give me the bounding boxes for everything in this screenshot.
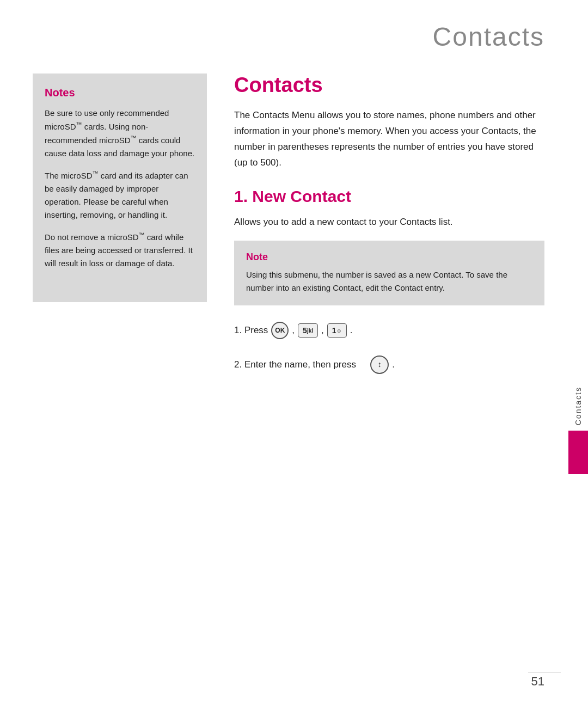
- notes-paragraph-1: Be sure to use only recommended microSD™…: [45, 107, 195, 160]
- page-header: Contacts: [0, 0, 588, 63]
- main-layout: Notes Be sure to use only recommended mi…: [0, 63, 588, 390]
- section-text: The Contacts Menu allows you to store na…: [234, 108, 544, 171]
- key-1abc: 1 ☺: [327, 323, 347, 338]
- step-2-text: 2. Enter the name, then press: [234, 357, 356, 373]
- notes-title: Notes: [45, 87, 195, 99]
- step-2-period: .: [392, 357, 395, 373]
- step-1: 1. Press OK , 5 jkl , 1 ☺ .: [234, 322, 544, 339]
- note-box-text: Using this submenu, the number is saved …: [246, 268, 532, 295]
- page-header-title: Contacts: [433, 22, 544, 51]
- side-tab: Contacts: [568, 381, 588, 474]
- step-1-text: 1. Press: [234, 323, 268, 339]
- steps-section: 1. Press OK , 5 jkl , 1 ☺ . 2. Enter the…: [234, 322, 544, 381]
- step-2: 2. Enter the name, then press .: [234, 349, 544, 381]
- page-number: 51: [531, 675, 544, 689]
- section-title: Contacts: [234, 73, 544, 97]
- step-1-comma-2: ,: [321, 323, 324, 339]
- left-column: Notes Be sure to use only recommended mi…: [33, 73, 207, 390]
- notes-paragraph-2: The microSD™ card and its adapter can be…: [45, 169, 195, 222]
- step-1-period: .: [350, 323, 353, 339]
- note-box: Note Using this submenu, the number is s…: [234, 241, 544, 305]
- subsection-title: 1. New Contact: [234, 187, 544, 206]
- nav-key: [370, 355, 389, 374]
- key-5jkl: 5 jkl: [298, 323, 318, 338]
- side-tab-label: Contacts: [569, 381, 587, 431]
- subsection-text: Allows you to add a new contact to your …: [234, 214, 544, 230]
- side-tab-bar: [568, 431, 588, 474]
- ok-key: OK: [271, 322, 289, 339]
- page-divider: [528, 672, 561, 672]
- step-1-comma-1: ,: [292, 323, 295, 339]
- right-column: Contacts The Contacts Menu allows you to…: [234, 73, 544, 390]
- notes-box: Notes Be sure to use only recommended mi…: [33, 73, 207, 302]
- notes-paragraph-3: Do not remove a microSD™ card while file…: [45, 230, 195, 270]
- note-box-title: Note: [246, 252, 532, 263]
